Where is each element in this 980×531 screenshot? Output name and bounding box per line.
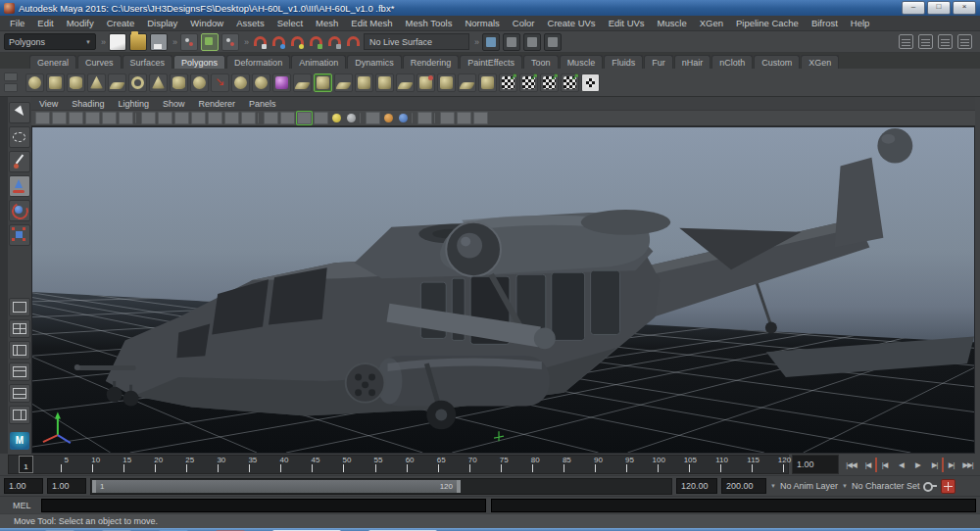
menu-item[interactable]: Edit UVs	[609, 18, 645, 28]
panel-menu-item[interactable]: View	[39, 99, 58, 109]
menu-item[interactable]: XGen	[700, 18, 723, 28]
cylindrical-mapping-icon[interactable]	[519, 73, 538, 92]
timeline-ruler[interactable]: 5101520253035404550556065707580859095100…	[8, 455, 789, 474]
snap-to-curve-icon[interactable]	[270, 34, 286, 50]
shelf-tab[interactable]: Fluids	[604, 55, 643, 69]
command-input[interactable]	[41, 499, 486, 512]
command-language-toggle[interactable]: MEL	[13, 501, 36, 510]
separator[interactable]	[412, 113, 416, 123]
menu-item[interactable]: Edit Mesh	[351, 18, 392, 28]
group-separator[interactable]: »	[242, 37, 249, 47]
poly-torus-icon[interactable]	[128, 73, 147, 92]
auto-keyframe-toggle-icon[interactable]	[941, 479, 956, 494]
poly-pyramid-icon[interactable]	[149, 73, 168, 92]
maximize-button[interactable]: □	[927, 1, 951, 15]
shelf-tab[interactable]: nCloth	[711, 55, 753, 69]
shelf-tab[interactable]: Polygons	[173, 55, 225, 69]
layout-hypershade-persp[interactable]	[9, 384, 30, 403]
snap-to-view-plane-icon[interactable]	[326, 34, 342, 50]
paint-select-tool[interactable]	[9, 151, 30, 172]
menu-set-dropdown[interactable]: Polygons ▼	[4, 33, 96, 50]
layout-persp-graph[interactable]	[9, 362, 30, 381]
film-gate-icon[interactable]	[158, 112, 172, 124]
file-open-icon[interactable]	[129, 33, 147, 51]
gate-mask-icon[interactable]	[191, 112, 206, 124]
anim-layer-dropdown[interactable]: ▼ No Anim Layer	[770, 481, 838, 491]
menu-item[interactable]: Color	[513, 18, 535, 28]
attribute-editor-icon[interactable]	[918, 34, 933, 49]
use-default-lighting-icon[interactable]	[330, 113, 343, 123]
grease-pencil-icon[interactable]	[141, 112, 156, 124]
step-forward-key-button[interactable]: ▶|	[927, 458, 942, 472]
separator[interactable]	[360, 113, 364, 123]
poly-cube-icon[interactable]	[46, 73, 65, 92]
step-back-key-button[interactable]: |◀	[877, 458, 892, 472]
shelf-tab[interactable]: Curves	[77, 55, 122, 69]
bridge-icon[interactable]	[396, 73, 415, 92]
panel-menu-item[interactable]: Show	[163, 99, 185, 109]
go-to-end-button[interactable]: ▶▶|	[960, 458, 975, 472]
layout-persp-outliner[interactable]	[9, 341, 30, 360]
spherical-mapping-icon[interactable]	[540, 73, 559, 92]
playback-end-field[interactable]: 120.00	[676, 478, 717, 494]
two-d-pan-zoom-icon[interactable]	[119, 112, 133, 124]
play-forwards-button[interactable]: ▶	[910, 458, 925, 472]
shelf-tab[interactable]: Deformation	[226, 55, 290, 69]
smooth-icon[interactable]	[231, 73, 250, 92]
character-set-dropdown[interactable]: ▼ No Character Set	[842, 481, 919, 491]
extract-icon[interactable]	[314, 73, 332, 92]
shelf-tab[interactable]: Custom	[754, 55, 800, 69]
shelf-tab[interactable]: General	[29, 55, 76, 69]
group-separator[interactable]: »	[472, 37, 479, 47]
extrude-icon[interactable]	[416, 73, 435, 92]
rotate-tool[interactable]	[9, 200, 30, 221]
menu-item[interactable]: Normals	[465, 18, 499, 28]
ambient-occlusion-icon[interactable]	[382, 113, 395, 123]
motion-blur-icon[interactable]	[397, 113, 410, 123]
boolean-union-icon[interactable]	[355, 73, 373, 92]
select-camera-icon[interactable]	[35, 112, 50, 124]
render-current-frame-icon[interactable]	[503, 33, 520, 51]
menu-item[interactable]: Create	[107, 18, 135, 28]
open-render-view-icon[interactable]	[482, 33, 500, 51]
menu-item[interactable]: Modify	[67, 18, 94, 28]
select-hierarchy-icon[interactable]	[180, 33, 198, 51]
range-slider-track[interactable]: 1 120	[90, 478, 672, 495]
modeling-toolkit-icon[interactable]	[899, 34, 913, 49]
select-tool[interactable]	[9, 102, 30, 123]
shelf-tab[interactable]: Rendering	[403, 55, 460, 69]
separator[interactable]	[135, 113, 139, 123]
lock-camera-icon[interactable]	[52, 112, 67, 124]
menu-item[interactable]: Display	[147, 18, 177, 28]
poly-cone-icon[interactable]	[87, 73, 106, 92]
menu-item[interactable]: Select	[277, 18, 303, 28]
automatic-mapping-icon[interactable]	[561, 73, 579, 92]
layout-persp-uv[interactable]	[9, 406, 30, 424]
move-tool[interactable]	[9, 175, 30, 197]
viewport-3d[interactable]	[31, 126, 975, 454]
panel-menu-item[interactable]: Lighting	[118, 99, 149, 109]
share-view-icon[interactable]	[473, 112, 488, 124]
command-result[interactable]	[491, 499, 976, 512]
image-plane-icon[interactable]	[102, 112, 117, 124]
shelf-tab[interactable]: Animation	[291, 55, 346, 69]
scale-tool[interactable]	[9, 224, 30, 246]
menu-item[interactable]: Mesh Tools	[406, 18, 453, 28]
title-bar[interactable]: Autodesk Maya 2015: C:\Users\JH3DesignsF…	[0, 0, 980, 16]
safe-title-icon[interactable]	[241, 112, 256, 124]
channel-box-icon[interactable]	[957, 34, 972, 49]
soften-edge-icon[interactable]	[252, 73, 270, 92]
poly-sphere-icon[interactable]	[25, 73, 44, 92]
shelf-menu-buttons[interactable]	[4, 72, 18, 92]
menu-item[interactable]: Assets	[236, 18, 265, 28]
close-button[interactable]: ×	[953, 1, 976, 15]
shelf-tab[interactable]: XGen	[801, 55, 839, 69]
animation-start-field[interactable]: 1.00	[4, 478, 43, 494]
resolution-gate-icon[interactable]	[174, 112, 189, 124]
uv-editor-icon[interactable]	[581, 73, 600, 92]
ipr-render-icon[interactable]	[523, 33, 541, 51]
tool-settings-icon[interactable]	[938, 34, 953, 49]
current-time-field[interactable]: 1.00	[792, 455, 839, 474]
poly-pipe-icon[interactable]	[170, 73, 188, 92]
step-back-frame-button[interactable]: |◀	[860, 458, 875, 472]
